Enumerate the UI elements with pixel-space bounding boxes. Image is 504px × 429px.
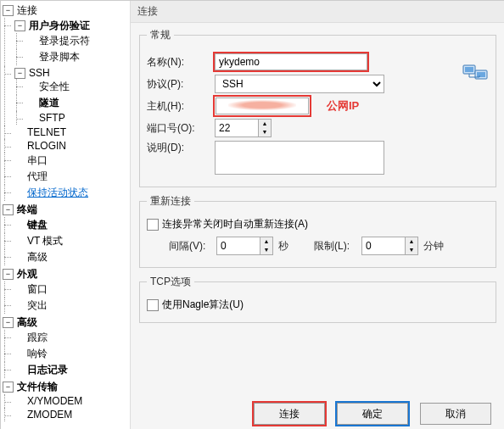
protocol-label: 协议(P):: [147, 77, 215, 92]
tree-item-trace[interactable]: 跟踪: [13, 331, 130, 345]
reconnect-group: 重新连接 连接异常关闭时自动重新连接(A) 间隔(V): ▲▼ 秒 限制(L):: [139, 194, 496, 268]
limit-stepper[interactable]: ▲▼: [361, 237, 418, 255]
tcp-legend: TCP选项: [147, 275, 194, 289]
tree-label: 响铃: [27, 347, 48, 361]
tree-label: RLOGIN: [27, 140, 66, 152]
tree-label: SSH: [29, 67, 50, 79]
tree-label: 外观: [17, 267, 37, 281]
connection-settings-window: −连接 −用户身份验证 登录提示符 登录脚本 −SSH 安全性 隧道: [0, 0, 504, 429]
category-tree: −连接 −用户身份验证 登录提示符 登录脚本 −SSH 安全性 隧道: [1, 3, 130, 422]
tree-item-window[interactable]: 窗口: [13, 282, 130, 297]
collapse-icon[interactable]: −: [3, 382, 14, 393]
interval-input[interactable]: [217, 237, 260, 254]
tree-label: SFTP: [39, 112, 65, 124]
checkbox-icon: [147, 219, 159, 231]
tree-item-login-prompt[interactable]: 登录提示符: [25, 34, 130, 48]
port-label: 端口号(O):: [147, 121, 215, 136]
tree-item-terminal-adv[interactable]: 高级: [13, 250, 130, 265]
tree-label: X/YMODEM: [27, 395, 82, 407]
tcp-group: TCP选项 使用Nagle算法(U): [139, 275, 496, 323]
tree-item-login-script[interactable]: 登录脚本: [25, 50, 130, 64]
stepper-up-icon[interactable]: ▲: [406, 237, 417, 246]
tree-item-proxy[interactable]: 代理: [13, 170, 130, 184]
protocol-select[interactable]: SSH: [215, 75, 384, 93]
tree-item-advanced[interactable]: −高级: [1, 315, 130, 330]
limit-input[interactable]: [362, 237, 405, 254]
collapse-icon[interactable]: −: [14, 68, 25, 79]
desc-label: 说明(D):: [147, 141, 215, 155]
tree-item-sftp[interactable]: SFTP: [25, 112, 130, 124]
interval-stepper[interactable]: ▲▼: [216, 237, 273, 255]
limit-label: 限制(L):: [314, 239, 361, 254]
tree-item-terminal[interactable]: −终端: [1, 203, 130, 217]
connect-button[interactable]: 连接: [254, 403, 325, 425]
stepper-up-icon[interactable]: ▲: [259, 120, 271, 128]
tree-label: 窗口: [27, 282, 48, 297]
port-input[interactable]: [216, 120, 258, 136]
tree-item-vtmode[interactable]: VT 模式: [13, 234, 130, 248]
host-annotation: 公网IP: [327, 98, 359, 114]
form-area: 常规 名称(N): 协议(P): SSH 主机(H): 公网IP: [131, 23, 504, 429]
collapse-icon[interactable]: −: [14, 20, 25, 31]
tree-item-keepalive[interactable]: 保持活动状态: [13, 186, 130, 200]
svg-rect-1: [465, 67, 473, 72]
tree-label: 日志记录: [27, 363, 68, 377]
tree-item-serial[interactable]: 串口: [13, 153, 130, 168]
tree-item-telnet[interactable]: TELNET: [13, 126, 130, 138]
tree-item-ssh[interactable]: −SSH: [13, 67, 130, 79]
redaction-smudge-icon: [228, 100, 296, 110]
tree-item-rlogin[interactable]: RLOGIN: [13, 140, 130, 152]
main-panel: 连接 常规 名称(N): 协议(P): SSH: [131, 1, 504, 429]
tree-label: 高级: [27, 250, 48, 265]
tree-item-log[interactable]: 日志记录: [13, 363, 130, 377]
tree-item-security[interactable]: 安全性: [25, 80, 130, 94]
dialog-button-bar: 连接 确定 取消: [130, 403, 504, 425]
tree-item-tunnel[interactable]: 隧道: [25, 96, 130, 110]
cancel-button[interactable]: 取消: [420, 403, 491, 425]
tree-label: 终端: [17, 203, 37, 217]
tree-item-zmodem[interactable]: ZMODEM: [13, 409, 130, 421]
stepper-down-icon[interactable]: ▼: [406, 246, 417, 254]
tree-label: 登录脚本: [39, 50, 80, 64]
reconnect-legend: 重新连接: [147, 194, 194, 209]
tree-item-bell[interactable]: 响铃: [13, 347, 130, 361]
collapse-icon[interactable]: −: [3, 317, 14, 328]
tree-label: VT 模式: [27, 234, 63, 248]
tree-label: 键盘: [27, 218, 48, 232]
name-input[interactable]: [215, 53, 367, 70]
tree-label: 文件传输: [17, 380, 58, 394]
stepper-down-icon[interactable]: ▼: [260, 246, 272, 254]
tree-item-appearance[interactable]: −外观: [1, 267, 130, 281]
tree-label: 隧道: [39, 96, 59, 110]
tree-item-filetransfer[interactable]: −文件传输: [1, 380, 130, 394]
tree-item-keyboard[interactable]: 键盘: [13, 218, 130, 232]
tree-label: 连接: [17, 3, 37, 18]
checkbox-icon: [147, 299, 159, 311]
auto-reconnect-label: 连接异常关闭时自动重新连接(A): [162, 217, 308, 231]
stepper-up-icon[interactable]: ▲: [260, 237, 272, 246]
ok-button[interactable]: 确定: [337, 403, 408, 425]
tree-root-connection[interactable]: −连接: [1, 3, 130, 18]
tree-item-highlight[interactable]: 突出: [13, 298, 130, 313]
collapse-icon[interactable]: −: [3, 269, 14, 280]
collapse-icon[interactable]: −: [3, 204, 14, 215]
tree-label: 串口: [27, 153, 48, 168]
svg-rect-3: [477, 72, 485, 77]
tree-label: 安全性: [39, 80, 70, 94]
desc-textarea[interactable]: [215, 141, 384, 175]
general-legend: 常规: [147, 28, 174, 42]
name-label: 名称(N):: [147, 55, 215, 70]
tree-item-xymodem[interactable]: X/YMODEM: [13, 395, 130, 407]
tree-label: 用户身份验证: [29, 19, 90, 33]
collapse-icon[interactable]: −: [3, 5, 14, 16]
nagle-label: 使用Nagle算法(U): [162, 298, 244, 312]
interval-label: 间隔(V):: [169, 239, 216, 254]
tree-item-auth[interactable]: −用户身份验证: [13, 19, 130, 33]
nagle-checkbox[interactable]: 使用Nagle算法(U): [147, 298, 244, 312]
tree-label: TELNET: [27, 126, 66, 138]
tree-label: 代理: [27, 170, 48, 184]
stepper-down-icon[interactable]: ▼: [259, 128, 271, 136]
port-stepper[interactable]: ▲▼: [215, 119, 272, 137]
page-title: 连接: [131, 1, 504, 23]
auto-reconnect-checkbox[interactable]: 连接异常关闭时自动重新连接(A): [147, 217, 308, 231]
